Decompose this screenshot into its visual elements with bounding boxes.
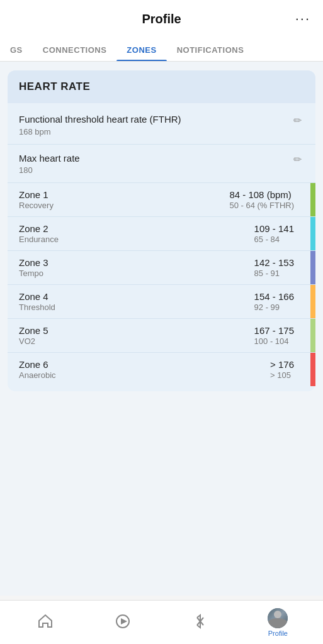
zone-row: Zone 3 Tempo 142 - 153 85 - 91 <box>8 251 315 285</box>
play-icon <box>115 613 131 632</box>
max-hr-value: 180 <box>19 165 80 175</box>
zone-color-bar <box>310 319 315 352</box>
zone-pct: > 105 <box>270 370 294 380</box>
nav-profile-label: Profile <box>268 630 288 637</box>
zone-color-bar <box>310 285 315 318</box>
nav-play[interactable] <box>104 613 142 632</box>
zone-name: Zone 6 <box>19 359 56 370</box>
zone-row: Zone 2 Endurance 109 - 141 65 - 84 <box>8 217 315 251</box>
zone-name: Zone 2 <box>19 223 59 234</box>
fthr-value: 168 bpm <box>19 127 181 136</box>
zone-pct: 65 - 84 <box>254 235 294 244</box>
zone-type: Recovery <box>19 201 54 210</box>
profile-avatar <box>268 608 288 628</box>
zone-name: Zone 4 <box>19 291 55 302</box>
zone-type: Endurance <box>19 235 59 244</box>
nav-home[interactable] <box>26 613 64 632</box>
svg-marker-1 <box>121 618 127 625</box>
tab-notifications[interactable]: NOTIFICATIONS <box>167 38 254 61</box>
bottom-nav: Profile <box>0 600 323 644</box>
max-hr-edit-button[interactable]: ✏ <box>291 152 304 167</box>
zone-range: 167 - 175 <box>254 325 294 336</box>
tab-connections[interactable]: CONNECTIONS <box>33 38 117 61</box>
zone-color-bar <box>310 353 315 386</box>
header: Profile ··· <box>0 0 323 38</box>
max-hr-row: Max heart rate 180 ✏ <box>8 145 315 184</box>
zone-range: 84 - 108 (bpm) <box>229 189 294 200</box>
zone-pct: 50 - 64 (% FTHR) <box>229 201 294 210</box>
page-title: Profile <box>142 12 181 26</box>
zone-row: Zone 4 Threshold 154 - 166 92 - 99 <box>8 285 315 319</box>
max-hr-label: Max heart rate <box>19 152 80 165</box>
zone-type: Anaerobic <box>19 370 56 380</box>
zone-pct: 92 - 99 <box>254 303 294 312</box>
zone-color-bar <box>310 217 315 250</box>
main-content: HEART RATE Functional threshold heart ra… <box>0 62 323 596</box>
card-header: HEART RATE <box>8 70 315 103</box>
home-icon <box>37 613 54 632</box>
zone-color-bar <box>310 251 315 284</box>
tab-gs[interactable]: GS <box>0 38 33 61</box>
fthr-label: Functional threshold heart rate (FTHR) <box>19 113 181 126</box>
zone-row: Zone 5 VO2 167 - 175 100 - 104 <box>8 319 315 353</box>
zone-type: Tempo <box>19 269 48 278</box>
zone-range: 142 - 153 <box>254 257 294 268</box>
zone-color-bar <box>310 183 315 216</box>
zone-row: Zone 1 Recovery 84 - 108 (bpm) 50 - 64 (… <box>8 183 315 217</box>
zone-range: 154 - 166 <box>254 291 294 302</box>
zone-pct: 100 - 104 <box>254 336 294 346</box>
zone-name: Zone 5 <box>19 325 48 336</box>
zone-type: VO2 <box>19 336 48 346</box>
nav-profile[interactable]: Profile <box>259 608 297 637</box>
nav-bluetooth[interactable] <box>181 613 219 632</box>
zone-range: > 176 <box>270 359 294 370</box>
bluetooth-icon <box>192 613 208 632</box>
card-title: HEART RATE <box>19 80 90 92</box>
zone-range: 109 - 141 <box>254 223 294 234</box>
zone-pct: 85 - 91 <box>254 269 294 278</box>
zone-name: Zone 3 <box>19 257 48 268</box>
tab-bar: GS CONNECTIONS ZONES NOTIFICATIONS <box>0 38 323 62</box>
fthr-row: Functional threshold heart rate (FTHR) 1… <box>8 106 315 145</box>
more-menu-button[interactable]: ··· <box>295 11 310 27</box>
fthr-edit-button[interactable]: ✏ <box>291 113 304 128</box>
heart-rate-card: HEART RATE Functional threshold heart ra… <box>8 70 315 391</box>
zones-section: Zone 1 Recovery 84 - 108 (bpm) 50 - 64 (… <box>8 183 315 386</box>
zone-name: Zone 1 <box>19 189 54 200</box>
zone-row: Zone 6 Anaerobic > 176 > 105 <box>8 353 315 386</box>
zone-type: Threshold <box>19 303 55 312</box>
tab-zones[interactable]: ZONES <box>116 38 166 61</box>
